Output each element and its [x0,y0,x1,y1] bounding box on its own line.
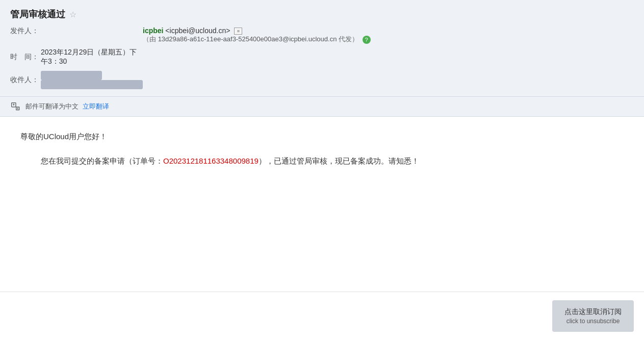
proxy-suffix: 代发） [339,35,358,43]
star-icon[interactable]: ☆ [69,10,76,19]
unsubscribe-button[interactable]: 点击这里取消订阅 click to unsubscribe [552,300,634,332]
sender-value: icpbei <icpbei@ucloud.cn> ≡ （由 13d29a86-… [143,25,634,45]
recipient-label: 收件人： [10,74,41,86]
email-header: 管局审核通过 ☆ 发件人： icpbei <icpbei@ucloud.cn> … [0,0,644,97]
translate-text: 邮件可翻译为中文 [25,102,79,111]
title-row: 管局审核通过 ☆ [10,8,634,20]
proxy-prefix: （由 [143,35,156,43]
unsubscribe-line1: 点击这里取消订阅 [563,307,623,317]
main-text-suffix: ），已通过管局审核，现已备案成功。请知悉！ [259,156,419,165]
order-number: O202312181163348009819 [163,156,259,165]
recipient-blur-1 [41,71,102,80]
main-text-prefix: 您在我司提交的备案申请（订单号： [41,156,163,165]
recipient-blur-2 [41,80,143,89]
sender-menu-icon[interactable]: ≡ [234,28,242,35]
main-content: 您在我司提交的备案申请（订单号：O202312181163348009819），… [20,154,624,168]
translate-link[interactable]: 立即翻译 [83,102,109,111]
sender-row: 发件人： icpbei <icpbei@ucloud.cn> ≡ （由 13d2… [10,25,634,45]
email-body: 尊敬的UCloud用户您好！ 您在我司提交的备案申请（订单号：O20231218… [0,117,644,292]
email-title: 管局审核通过 [10,8,65,20]
translate-bar: 邮件可翻译为中文 立即翻译 [0,97,644,117]
meta-table: 发件人： icpbei <icpbei@ucloud.cn> ≡ （由 13d2… [10,25,634,90]
unsubscribe-line2: click to unsubscribe [563,318,623,325]
email-footer: 点击这里取消订阅 click to unsubscribe [0,292,644,340]
greeting-text: 尊敬的UCloud用户您好！ [20,132,624,142]
time-label: 时 间： [10,51,41,63]
sender-name: icpbei [143,27,163,35]
proxy-info: （由 13d29a86-a61c-11ee-aaf3-525400e00ae3@… [143,35,371,43]
time-row: 时 间： 2023年12月29日（星期五）下午3：30 [10,47,143,67]
sender-email: <icpbei@ucloud.cn> [165,27,230,35]
translate-icon [10,101,21,112]
proxy-id: 13d29a86-a61c-11ee-aaf3-525400e00ae3@icp… [158,35,337,43]
recipient-row: 收件人： [10,69,143,90]
recipient-value [41,69,143,90]
sender-label: 发件人： [10,25,143,45]
time-value: 2023年12月29日（星期五）下午3：30 [41,47,143,67]
email-container: 管局审核通过 ☆ 发件人： icpbei <icpbei@ucloud.cn> … [0,0,644,340]
help-icon[interactable]: ? [363,36,371,44]
